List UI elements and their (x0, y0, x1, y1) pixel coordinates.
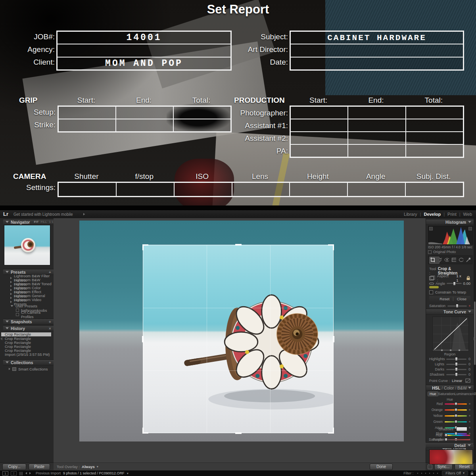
darks-slider[interactable] (446, 369, 466, 370)
slider-thumb[interactable] (455, 357, 458, 361)
detail-preview[interactable] (429, 449, 473, 464)
saturation-slider-thumb[interactable] (456, 304, 459, 308)
production-cell[interactable] (406, 144, 463, 157)
agency-field[interactable] (57, 44, 231, 57)
collections-add-icon[interactable]: + (49, 360, 51, 365)
module-print[interactable]: Print (447, 212, 457, 217)
hsl-title-bw[interactable]: B&W (457, 386, 467, 390)
back-arrow-icon[interactable] (25, 472, 27, 474)
preset-item[interactable]: Lightroom Video Presets (10, 300, 54, 304)
slider-thumb[interactable] (445, 434, 447, 437)
reset-dot-icon[interactable] (469, 415, 470, 416)
art-director-field[interactable] (290, 44, 463, 57)
second-window-icon[interactable]: 2 (11, 471, 17, 476)
slider-thumb[interactable] (455, 367, 458, 371)
production-cell[interactable] (290, 106, 348, 119)
grip-cell[interactable] (58, 119, 116, 132)
slider-thumb[interactable] (455, 372, 458, 376)
snapshots-add-icon[interactable]: + (49, 319, 51, 324)
slider-thumb[interactable] (455, 414, 457, 417)
zoom-level-1-1[interactable]: 1:1 (49, 220, 53, 224)
auto-sync-toggle-icon[interactable] (428, 464, 432, 469)
subject-field[interactable]: CABINET HARDWARE (290, 31, 463, 44)
graduated-filter-icon[interactable] (451, 257, 456, 263)
navigator-preview[interactable] (4, 225, 50, 265)
right-panel-scrollbar[interactable] (474, 218, 476, 470)
crop-tool-icon[interactable] (430, 257, 435, 263)
camera-cell[interactable] (347, 182, 405, 196)
hsl-green-slider[interactable] (445, 421, 467, 422)
production-cell[interactable] (348, 119, 405, 132)
forward-arrow-icon[interactable] (29, 472, 31, 474)
crop-handle-n[interactable] (235, 244, 242, 246)
angle-slider[interactable] (447, 283, 461, 284)
filter-lock-icon[interactable] (470, 471, 474, 475)
highlight-clipping-icon[interactable] (468, 227, 472, 230)
hsl-tab-all[interactable]: All (472, 392, 476, 396)
hsl-red-slider[interactable] (445, 403, 467, 405)
crop-close-button[interactable]: Close (455, 297, 469, 301)
hsl-yellow-slider[interactable] (445, 415, 467, 416)
grid-view-icon[interactable] (19, 472, 23, 475)
hsl-title-color[interactable]: Color (444, 386, 454, 390)
module-web[interactable]: Web (463, 212, 472, 217)
slider-thumb[interactable] (455, 362, 458, 366)
shadows-hue-slider[interactable] (444, 435, 470, 436)
edit-point-curve-icon[interactable] (465, 378, 470, 383)
job-number-field[interactable]: 14001 (57, 31, 231, 44)
production-cell[interactable] (290, 119, 348, 132)
right-panel-collapse-arrow[interactable] (474, 337, 476, 340)
crop-overlay-icon[interactable] (429, 276, 435, 281)
module-develop[interactable]: Develop (424, 212, 441, 217)
camera-cell[interactable] (290, 182, 347, 196)
constrain-row[interactable]: Constrain To Warp (429, 290, 466, 294)
constrain-checkbox[interactable] (429, 290, 433, 294)
crop-handle-ne[interactable] (328, 244, 334, 250)
reset-dot-icon[interactable] (469, 305, 470, 307)
tone-curve-header[interactable]: Tone Curve (426, 309, 474, 315)
crop-handle-e[interactable] (333, 336, 334, 342)
identity-plate[interactable]: Get started with Lightroom mobile (13, 212, 73, 217)
highlights-slider[interactable] (446, 359, 466, 360)
done-button[interactable]: Done (370, 464, 393, 470)
preset-item-user-presets[interactable]: User Presets (10, 304, 37, 308)
histogram-header[interactable]: Histogram (426, 219, 474, 225)
production-cell[interactable] (406, 119, 463, 132)
camera-cell[interactable] (405, 182, 463, 196)
shadows-saturation-slider[interactable] (444, 439, 470, 440)
detail-header[interactable]: Detail (426, 442, 473, 448)
straighten-level-icon[interactable] (429, 282, 434, 286)
adjustment-brush-icon[interactable] (466, 257, 470, 263)
slider-thumb[interactable] (445, 438, 447, 441)
hsl-tab-hue[interactable]: Hue (428, 392, 438, 396)
filmstrip-source[interactable]: Previous Import (36, 471, 61, 475)
lights-slider[interactable] (446, 364, 466, 365)
angle-slider-thumb[interactable] (453, 282, 456, 286)
crop-handle-sw[interactable] (142, 428, 148, 434)
slider-thumb[interactable] (455, 402, 457, 405)
hsl-title-hsl[interactable]: HSL (432, 386, 440, 390)
camera-cell[interactable] (116, 182, 174, 196)
crop-handle-se[interactable] (328, 428, 334, 434)
filter-stars-icons[interactable] (416, 472, 440, 475)
crop-handle-nw[interactable] (142, 244, 148, 250)
histogram-box[interactable] (428, 226, 473, 245)
camera-cell[interactable] (232, 182, 290, 196)
navigator-header[interactable]: Navigator FIT FILL 1:1 3:1 (3, 219, 54, 225)
saturation-row-slider[interactable] (447, 305, 467, 307)
slider-thumb[interactable] (455, 420, 457, 423)
scrollbar-thumb[interactable] (474, 301, 476, 365)
production-cell[interactable] (348, 144, 405, 157)
grip-cell[interactable] (58, 106, 116, 119)
date-field[interactable] (290, 57, 463, 70)
client-field[interactable]: MOM AND POP (57, 57, 231, 70)
production-cell[interactable] (406, 106, 463, 119)
crop-handle-s[interactable] (235, 432, 242, 434)
production-cell[interactable] (348, 132, 405, 144)
copy-button[interactable]: Copy... (2, 464, 26, 470)
hsl-header[interactable]: HSL / Color / B&W (426, 385, 474, 391)
production-cell[interactable] (406, 132, 463, 144)
collections-header[interactable]: Collections + (3, 359, 54, 365)
angle-value[interactable]: 0.00 (463, 281, 471, 286)
left-panel-collapse-arrow[interactable] (0, 337, 2, 340)
